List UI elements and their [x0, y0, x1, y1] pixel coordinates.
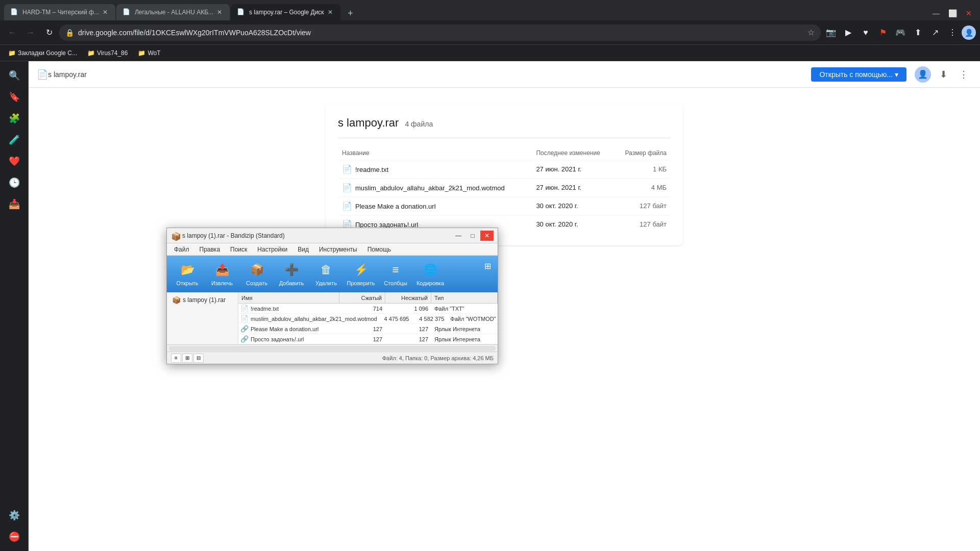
sidebar-downloads-icon[interactable]: 📥 [4, 194, 24, 214]
toolbar-columns-label: Столбцы [384, 280, 407, 286]
toolbar-extract-icon: 📤 [214, 262, 230, 278]
list-item[interactable]: 🔗 Просто задонать!.url 127 127 Ярлык Инт… [238, 334, 498, 344]
open-with-label: Открыть с помощью... [819, 70, 893, 79]
archive-table: Название Последнее изменение Размер файл… [338, 146, 671, 233]
tab-1[interactable]: 📄 HARD-TM – Читерский ф... ✕ [4, 4, 115, 20]
file-name: !readme.txt [355, 166, 388, 173]
reload-button[interactable]: ↻ [41, 24, 57, 41]
tab-3[interactable]: 📄 s lampoy.rar – Google Диск ✕ [231, 4, 340, 20]
toolbar-extract-button[interactable]: 📤 Извлечь [206, 258, 238, 290]
toolbar-delete-button[interactable]: 🗑 Удалить [310, 258, 342, 290]
file-modified: 27 июн. 2021 г. [532, 160, 614, 179]
menu-file[interactable]: Файл [169, 245, 194, 254]
toolbar-encoding-button[interactable]: 🌐 Кодировка [414, 258, 447, 290]
flag-icon[interactable]: ⚑ [875, 24, 891, 41]
toolbar-columns-button[interactable]: ≡ Столбцы [379, 258, 412, 290]
list-item[interactable]: 🔗 Please Make a donation.url 127 127 Ярл… [238, 324, 498, 334]
bookmark-wot[interactable]: 📁 WoT [134, 47, 164, 59]
open-with-button[interactable]: Открыть с помощью... ▾ [811, 67, 906, 82]
sidebar-tools-icon[interactable]: 🧪 [4, 130, 24, 150]
tab-bar: 📄 HARD-TM – Читерский ф... ✕ 📄 Легальные… [0, 0, 980, 20]
sidebar-favorites-icon[interactable]: ❤️ [4, 151, 24, 171]
toolbar-create-button[interactable]: 📦 Создать [240, 258, 273, 290]
minimize-button[interactable]: — [929, 6, 943, 20]
toolbar-open-button[interactable]: 📂 Открыть [171, 258, 204, 290]
toolbar-grid-button[interactable]: ⊞ [481, 260, 494, 272]
forward-button[interactable]: → [22, 24, 39, 41]
file-modified: 30 окт. 2020 г. [532, 197, 614, 215]
menu-edit[interactable]: Правка [194, 245, 226, 254]
toolbar-encoding-label: Кодировка [416, 280, 444, 286]
screenshot-icon[interactable]: 📷 [823, 24, 839, 41]
bookmark-google[interactable]: 📁 Закладки Google С... [4, 47, 81, 59]
toolbar-create-label: Создать [246, 280, 267, 286]
bandizip-maximize-button[interactable]: □ [466, 231, 479, 241]
menu-view[interactable]: Вид [292, 245, 314, 254]
extensions-icon[interactable]: ↗ [927, 24, 943, 41]
view-detail-button[interactable]: ⊞ [182, 354, 192, 363]
menu-help[interactable]: Помощь [362, 245, 396, 254]
browser-content: 🔍 🔖 🧩 🧪 ❤️ 🕒 📥 ⚙️ ⛔ 📄 s lampoy.rar Откры… [0, 61, 980, 551]
tab-2-close[interactable]: ✕ [215, 8, 224, 16]
bookmark-virus[interactable]: 📁 Virus74_86 [83, 47, 132, 59]
bookmark-star-icon[interactable]: ☆ [807, 28, 815, 37]
bz-compressed: 4 475 695 [377, 316, 412, 322]
sidebar-search-icon[interactable]: 🔍 [4, 65, 24, 86]
list-item[interactable]: 📄 muslim_abdulov_allahu_akbar_2k21_mod.w… [238, 314, 498, 324]
menu-settings[interactable]: Настройки [252, 245, 292, 254]
col-header-uncompressed[interactable]: Несжатый [385, 292, 431, 303]
lock-icon: 🔒 [65, 29, 74, 37]
bookmark-google-label: Закладки Google С... [18, 49, 77, 57]
toolbar-add-button[interactable]: ➕ Добавить [275, 258, 308, 290]
drive-download-icon[interactable]: ⬇ [935, 66, 951, 83]
back-button[interactable]: ← [4, 24, 20, 41]
sidebar-history-icon[interactable]: 🕒 [4, 172, 24, 193]
tab-3-close[interactable]: ✕ [326, 8, 334, 16]
menu-search[interactable]: Поиск [225, 245, 252, 254]
file-size: 127 байт [614, 215, 671, 234]
bandizip-close-button[interactable]: ✕ [480, 231, 494, 241]
table-row[interactable]: 📄Please Make a donation.url 30 окт. 2020… [338, 197, 671, 215]
play-icon[interactable]: ▶ [840, 24, 856, 41]
menu-tools[interactable]: Инструменты [314, 245, 362, 254]
sidebar-blocked-icon[interactable]: ⛔ [4, 527, 24, 547]
list-item[interactable]: 📄 !readme.txt 714 1 096 Файл "TXT" [238, 304, 498, 314]
sidebar-settings-icon[interactable]: ⚙️ [4, 505, 24, 525]
col-header-name: Название [338, 146, 532, 160]
tab-1-close[interactable]: ✕ [101, 8, 109, 16]
new-tab-button[interactable]: + [344, 6, 358, 20]
toolbar-check-button[interactable]: ⚡ Проверить [345, 258, 377, 290]
close-button[interactable]: ✕ [962, 6, 976, 20]
more-actions-icon[interactable]: ⋮ [944, 24, 961, 41]
sidebar-extensions-icon[interactable]: 🧩 [4, 108, 24, 129]
bz-uncompressed: 127 [385, 326, 431, 332]
restore-button[interactable]: ⬜ [945, 6, 960, 20]
sidebar-archive-item[interactable]: 📦 s lampoy (1).rar [169, 294, 236, 306]
drive-more-icon[interactable]: ⋮ [955, 66, 972, 83]
table-row[interactable]: 📄muslim_abdulov_allahu_akbar_2k21_mod.wo… [338, 179, 671, 197]
statusbar-view-buttons: ≡ ⊞ ⊟ [171, 354, 204, 363]
toolbar-encoding-icon: 🌐 [422, 262, 438, 278]
heart-icon[interactable]: ♥ [857, 24, 874, 41]
tab-1-favicon: 📄 [10, 8, 18, 16]
file-icon: 📄 [342, 183, 352, 192]
col-header-compressed[interactable]: Сжатый [339, 292, 385, 303]
sidebar-bookmark-icon[interactable]: 🔖 [4, 87, 24, 107]
view-list-button[interactable]: ≡ [171, 354, 181, 363]
bandizip-filelist: Имя Сжатый Несжатый Тип 📄 !readme.txt 71… [238, 292, 498, 344]
gamepad-icon[interactable]: 🎮 [892, 24, 909, 41]
google-account-icon[interactable]: 👤 [915, 66, 931, 83]
download-icon[interactable]: ⬆ [910, 24, 926, 41]
col-header-type[interactable]: Тип [431, 292, 498, 303]
col-header-name[interactable]: Имя [238, 292, 339, 303]
tab-3-favicon: 📄 [237, 8, 245, 16]
tab-2[interactable]: 📄 Легальные - ALLAHU АКБ... ✕ [116, 4, 230, 20]
view-icons-button[interactable]: ⊟ [193, 354, 204, 363]
table-row[interactable]: 📄!readme.txt 27 июн. 2021 г. 1 КБ [338, 160, 671, 179]
bandizip-minimize-button[interactable]: — [452, 231, 465, 241]
bz-compressed: 127 [339, 336, 385, 342]
address-bar[interactable]: 🔒 drive.google.com/file/d/1OKCEswlWXg20r… [59, 24, 821, 41]
profile-avatar[interactable]: 👤 [962, 26, 976, 40]
bandizip-hscrollbar[interactable] [167, 344, 498, 352]
bookmark-virus-icon: 📁 [87, 49, 95, 57]
